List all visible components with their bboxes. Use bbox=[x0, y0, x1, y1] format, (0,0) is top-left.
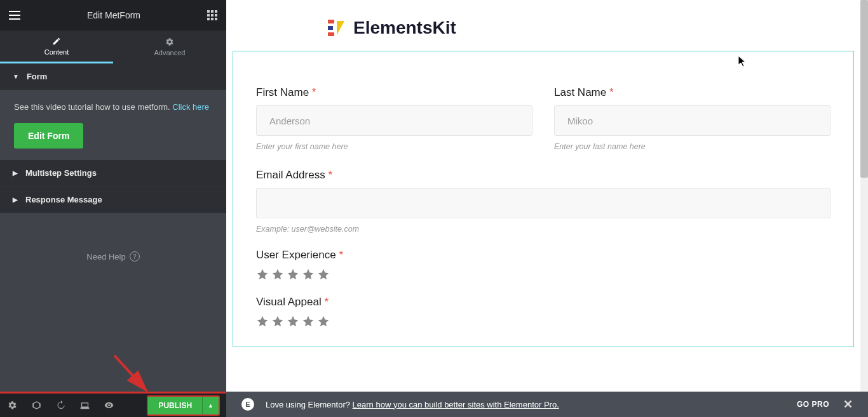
history-button[interactable] bbox=[55, 400, 66, 411]
star-icon[interactable] bbox=[256, 268, 269, 281]
section-multistep[interactable]: ▶ Multistep Settings bbox=[0, 160, 226, 187]
elementor-badge-icon: E bbox=[241, 398, 254, 411]
visual-rating[interactable] bbox=[256, 315, 831, 328]
svg-rect-3 bbox=[328, 32, 334, 36]
last-name-input[interactable] bbox=[554, 105, 831, 136]
footer-text: Love using Elementor? Learn how you can … bbox=[266, 400, 559, 409]
star-icon[interactable] bbox=[287, 268, 299, 281]
tutorial-text: See this video tutorial how to use metfo… bbox=[14, 102, 212, 113]
form-panel: See this video tutorial how to use metfo… bbox=[0, 90, 226, 160]
star-icon[interactable] bbox=[302, 268, 315, 281]
preview-canvas: ElementsKit First Name * Enter your firs… bbox=[226, 0, 860, 392]
email-input[interactable] bbox=[256, 188, 831, 218]
navigator-button[interactable] bbox=[31, 400, 42, 411]
footer-link[interactable]: Learn how you can build better sites wit… bbox=[353, 400, 559, 409]
first-name-label: First Name * bbox=[256, 86, 532, 99]
promo-footer: E Love using Elementor? Learn how you ca… bbox=[226, 392, 868, 417]
star-icon[interactable] bbox=[287, 315, 299, 328]
caret-right-icon: ▶ bbox=[13, 169, 18, 176]
go-pro-button[interactable]: GO PRO bbox=[797, 400, 829, 409]
responsive-button[interactable] bbox=[79, 400, 90, 411]
star-icon[interactable] bbox=[317, 268, 330, 281]
tutorial-link[interactable]: Click here bbox=[172, 102, 209, 112]
first-name-input[interactable] bbox=[256, 105, 532, 136]
ux-label: User Experience * bbox=[256, 249, 831, 261]
editor-sidebar: Edit MetForm Content Advanced ▼ Form See… bbox=[0, 0, 226, 392]
settings-button[interactable] bbox=[6, 400, 18, 411]
bottom-toolbar: PUBLISH ▲ bbox=[0, 392, 226, 417]
email-label: Email Address * bbox=[256, 169, 831, 182]
form-widget[interactable]: First Name * Enter your first name here … bbox=[233, 51, 854, 347]
sidebar-header: Edit MetForm bbox=[0, 0, 226, 30]
caret-down-icon: ▼ bbox=[13, 73, 19, 80]
help-icon: ? bbox=[130, 251, 140, 261]
section-form[interactable]: ▼ Form bbox=[0, 63, 226, 90]
star-icon[interactable] bbox=[302, 315, 315, 328]
email-helper: Example: user@website.com bbox=[256, 225, 831, 234]
star-icon[interactable] bbox=[256, 315, 269, 328]
pencil-icon bbox=[52, 37, 61, 46]
tab-advanced[interactable]: Advanced bbox=[113, 30, 226, 63]
svg-rect-1 bbox=[328, 20, 334, 23]
last-name-helper: Enter your last name here bbox=[554, 142, 831, 151]
caret-right-icon: ▶ bbox=[13, 196, 18, 203]
svg-rect-2 bbox=[328, 26, 333, 30]
ux-rating[interactable] bbox=[256, 268, 831, 281]
last-name-label: Last Name * bbox=[554, 86, 831, 99]
star-icon[interactable] bbox=[271, 315, 284, 328]
widgets-grid-icon[interactable] bbox=[207, 10, 217, 20]
need-help-link[interactable]: Need Help ? bbox=[0, 251, 226, 261]
star-icon[interactable] bbox=[271, 268, 284, 281]
star-icon[interactable] bbox=[317, 315, 330, 328]
edit-form-button[interactable]: Edit Form bbox=[14, 123, 83, 149]
publish-options-button[interactable]: ▲ bbox=[202, 397, 219, 414]
elementskit-logo-icon bbox=[328, 18, 347, 37]
gear-icon bbox=[165, 37, 174, 46]
first-name-helper: Enter your first name here bbox=[256, 142, 532, 151]
panel-tabs: Content Advanced bbox=[0, 30, 226, 63]
tab-content[interactable]: Content bbox=[0, 30, 113, 63]
panel-title: Edit MetForm bbox=[87, 10, 140, 20]
preview-button[interactable] bbox=[103, 400, 114, 411]
visual-label: Visual Appeal * bbox=[256, 296, 831, 308]
logo: ElementsKit bbox=[226, 0, 860, 51]
publish-wrap: PUBLISH ▲ bbox=[147, 395, 220, 416]
vertical-scrollbar[interactable] bbox=[860, 0, 868, 392]
scrollbar-thumb[interactable] bbox=[860, 0, 868, 178]
close-icon[interactable]: ✕ bbox=[843, 397, 853, 411]
hamburger-icon[interactable] bbox=[9, 11, 20, 20]
section-response[interactable]: ▶ Response Message bbox=[0, 187, 226, 213]
publish-button[interactable]: PUBLISH bbox=[148, 397, 202, 414]
